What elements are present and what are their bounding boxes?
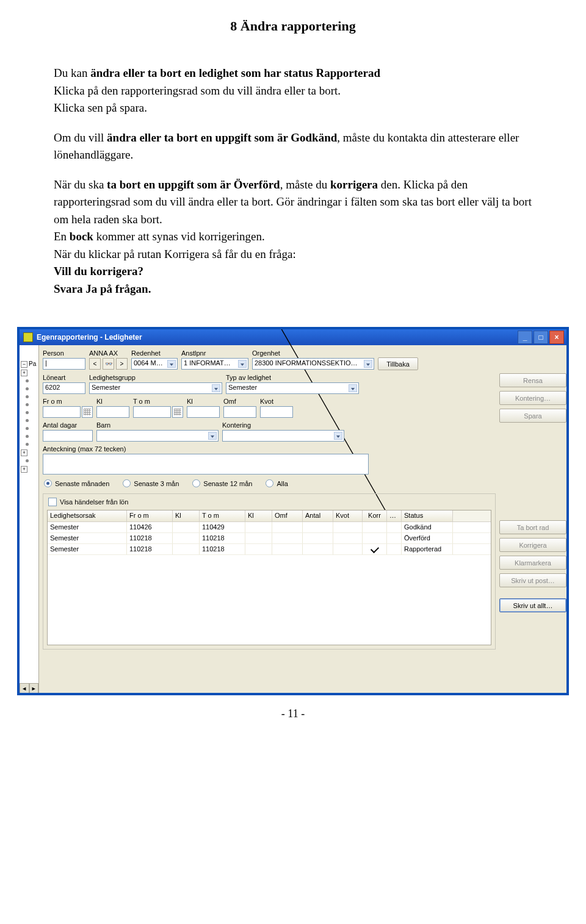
tree-expand-icon[interactable]: + [21, 370, 27, 376]
omf-input[interactable] [223, 406, 256, 418]
antal-input[interactable] [43, 430, 93, 442]
redenhet-select[interactable]: 0064 M… [131, 358, 178, 370]
th-from[interactable]: Fr o m [127, 510, 173, 521]
spara-button[interactable]: Spara [499, 409, 566, 423]
scroll-left-icon[interactable]: ◄ [20, 683, 29, 693]
loneart-input[interactable]: 6202 [43, 382, 85, 394]
kvot-label: Kvot [260, 398, 293, 405]
tree-leaf[interactable] [20, 377, 38, 385]
p9: Svara Ja på frågan. [54, 282, 151, 295]
anna-label: ANNA AX [89, 349, 128, 357]
th-omf[interactable]: Omf [272, 510, 303, 521]
tree-leaf[interactable] [20, 457, 38, 465]
kvot-input[interactable] [260, 406, 293, 418]
klarmarkera-button[interactable]: Klarmarkera [499, 556, 566, 570]
table-row[interactable]: Semester110426110429Godkänd [48, 522, 491, 533]
tree-leaf[interactable] [20, 409, 38, 417]
form-row-1: Löneart 6202 Ledighetsgrupp Semester Typ… [43, 374, 496, 394]
tree-leaf[interactable] [20, 401, 38, 409]
table-row[interactable]: Semester110218110218Rapporterad [48, 544, 491, 555]
tree-expand-icon[interactable]: + [21, 466, 27, 473]
kl-tom-input[interactable] [187, 406, 220, 418]
tom-input[interactable] [133, 406, 171, 418]
next-button[interactable]: > [116, 358, 128, 370]
skriv-ut-post-button[interactable]: Skriv ut post… [499, 573, 566, 587]
th-dots[interactable]: … [387, 510, 402, 521]
th-kl[interactable]: Kl [173, 510, 200, 521]
th-tom[interactable]: T o m [200, 510, 245, 521]
tillbaka-button[interactable]: Tillbaka [378, 357, 418, 370]
th-status[interactable]: Status [402, 510, 453, 521]
typ-field: Typ av ledighet Semester [226, 374, 359, 394]
ledgrp-select[interactable]: Semester [89, 382, 222, 394]
tree-collapse-icon[interactable]: − [21, 361, 27, 368]
tree-node[interactable]: + [20, 465, 38, 473]
radio-senaste-3[interactable]: Senaste 3 mån [123, 479, 179, 487]
td-kl2 [245, 522, 272, 532]
tree-leaf[interactable] [20, 440, 38, 448]
minimize-button[interactable]: _ [518, 331, 532, 344]
scroll-right-icon[interactable]: ► [29, 683, 39, 693]
radio-senaste-manaden[interactable]: Senaste månaden [44, 479, 109, 487]
prev-button[interactable]: < [89, 358, 101, 370]
tree-root[interactable]: −Pa [20, 360, 38, 368]
th-orsak[interactable]: Ledighetsorsak [48, 510, 127, 521]
paragraph-1: Du kan ändra eller ta bort en ledighet s… [0, 65, 586, 82]
typ-select[interactable]: Semester [226, 382, 359, 394]
radio-senaste-12[interactable]: Senaste 12 mån [192, 479, 252, 487]
visa-handelser-checkbox[interactable]: Visa händelser från lön [47, 498, 491, 510]
tree-pane[interactable]: −Pa + + + ◄ ► [20, 345, 39, 693]
paragraph-9: Svara Ja på frågan. [0, 281, 586, 317]
antal-label: Antal dagar [43, 421, 93, 429]
rensa-button[interactable]: Rensa [499, 373, 566, 387]
p1b: ändra eller ta bort en ledighet som har … [90, 66, 380, 79]
anna-label-col: ANNA AX < 👓 > [89, 349, 128, 370]
tree-scrollbar[interactable]: ◄ ► [20, 683, 38, 693]
td-omf [272, 522, 303, 532]
calendar-icon[interactable] [172, 406, 183, 418]
th-antal[interactable]: Antal [303, 510, 333, 521]
kontering-field: Kontering [222, 421, 344, 442]
anstlpnr-select[interactable]: 1 INFORMAT… [181, 358, 248, 370]
calendar-icon[interactable] [82, 406, 93, 418]
skriv-ut-allt-button[interactable]: Skriv ut allt… [499, 598, 566, 612]
events-table[interactable]: Ledighetsorsak Fr o m Kl T o m Kl Omf An… [47, 510, 491, 645]
app-body: −Pa + + + ◄ ► Per [20, 345, 566, 693]
from-input[interactable] [43, 406, 81, 418]
radio-label: Senaste 12 mån [203, 480, 252, 487]
kontering-button[interactable]: Kontering… [499, 391, 566, 405]
tree-leaf[interactable] [20, 424, 38, 432]
anteckning-input[interactable] [43, 454, 369, 475]
orgenhet-select[interactable]: 28300 INFORMATIONSSEKTIO… [252, 358, 374, 370]
korrigera-button[interactable]: Korrigera [499, 538, 566, 552]
kl-tom-label: Kl [187, 398, 220, 405]
tree-expand-icon[interactable]: + [21, 449, 27, 456]
radio-alla[interactable]: Alla [266, 479, 288, 487]
th-kvot[interactable]: Kvot [333, 510, 363, 521]
td-korr [363, 522, 387, 532]
tree-node[interactable]: + [20, 448, 38, 457]
barn-select[interactable] [96, 430, 219, 442]
close-button[interactable]: × [549, 331, 564, 344]
kl-from-input[interactable] [96, 406, 129, 418]
person-input[interactable]: | [43, 358, 85, 370]
table-row[interactable]: Semester110218110218Överförd [48, 533, 491, 544]
tree-leaf[interactable] [20, 385, 38, 393]
kl-from-field: Kl [96, 398, 129, 418]
th-kl2[interactable]: Kl [245, 510, 272, 521]
tabort-button[interactable]: Ta bort rad [499, 520, 566, 534]
loneart-field: Löneart 6202 [43, 374, 85, 394]
maximize-button[interactable]: □ [534, 331, 548, 344]
tree-dot-icon [26, 419, 29, 422]
th-korr[interactable]: Korr [363, 510, 387, 521]
tree-node[interactable]: + [20, 368, 38, 377]
tree-dot-icon [26, 403, 29, 406]
kontering-select[interactable] [222, 430, 344, 442]
tree-leaf[interactable] [20, 432, 38, 440]
tree-leaf[interactable] [20, 417, 38, 424]
person-field: Person | [43, 349, 85, 370]
tree-leaf[interactable] [20, 393, 38, 401]
td-kl2 [245, 533, 272, 543]
barn-label: Barn [96, 421, 219, 429]
search-icon[interactable]: 👓 [103, 358, 114, 370]
